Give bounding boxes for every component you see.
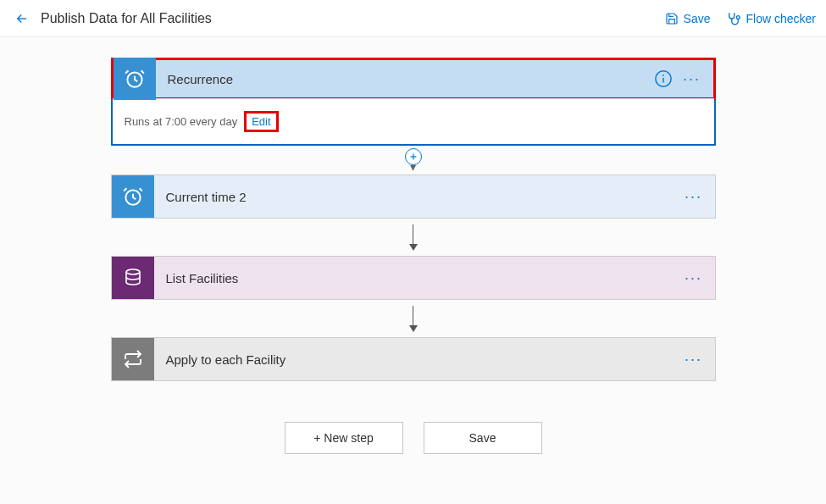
svg-point-5 [126, 269, 140, 274]
step-recurrence-info-button[interactable] [651, 66, 676, 91]
step-apply-to-each-header[interactable]: Apply to each Facility ··· [112, 338, 715, 380]
flow-checker-label: Flow checker [746, 12, 816, 25]
arrow-left-icon [14, 11, 30, 26]
flow-canvas: Recurrence ··· Runs at 7:00 every day Ed… [0, 37, 826, 454]
loop-icon-box [112, 338, 154, 380]
step-apply-to-each-title: Apply to each Facility [154, 352, 681, 367]
ellipsis-icon: ··· [685, 192, 702, 201]
page-title: Publish Data for All Facilities [41, 11, 212, 26]
clock-alarm-icon [124, 68, 146, 90]
step-recurrence[interactable]: Recurrence ··· Runs at 7:00 every day Ed… [111, 58, 716, 146]
svg-point-3 [662, 75, 664, 76]
bottom-button-row: + New step Save [285, 422, 542, 454]
step-recurrence-body: Runs at 7:00 every day Edit [113, 98, 714, 144]
database-icon [123, 268, 143, 288]
schedule-icon-box [112, 175, 154, 218]
step-current-time[interactable]: Current time 2 ··· [111, 174, 716, 219]
step-current-time-title: Current time 2 [154, 190, 681, 204]
schedule-icon-box [114, 58, 156, 100]
step-apply-to-each-menu-button[interactable]: ··· [681, 346, 707, 372]
save-button[interactable]: Save [424, 422, 542, 454]
step-recurrence-title: Recurrence [156, 72, 651, 86]
ellipsis-icon: ··· [685, 274, 702, 282]
chevron-down-icon: ▾ [410, 163, 416, 170]
recurrence-edit-link[interactable]: Edit [244, 111, 278, 132]
save-icon [665, 12, 679, 25]
save-action[interactable]: Save [665, 12, 711, 25]
connector-arrow [409, 219, 418, 256]
recurrence-schedule-text: Runs at 7:00 every day [125, 115, 238, 128]
step-list-facilities[interactable]: List Facilities ··· [111, 256, 716, 300]
ellipsis-icon: ··· [683, 75, 701, 83]
stethoscope-icon [726, 11, 741, 26]
connector-arrow [409, 300, 418, 337]
svg-point-0 [736, 15, 740, 19]
info-circle-icon [654, 69, 673, 88]
flow-checker-action[interactable]: Flow checker [726, 11, 816, 26]
step-list-facilities-menu-button[interactable]: ··· [681, 265, 707, 291]
step-recurrence-menu-button[interactable]: ··· [679, 66, 705, 91]
step-current-time-menu-button[interactable]: ··· [681, 184, 707, 209]
step-recurrence-header[interactable]: Recurrence ··· [111, 58, 716, 100]
connector-after-recurrence: ▾ [111, 146, 716, 174]
new-step-button[interactable]: + New step [285, 422, 403, 454]
step-current-time-header[interactable]: Current time 2 ··· [112, 175, 715, 218]
step-list-facilities-title: List Facilities [154, 271, 681, 285]
step-list-facilities-header[interactable]: List Facilities ··· [112, 257, 715, 299]
back-button[interactable] [10, 7, 34, 30]
save-action-label: Save [684, 12, 711, 25]
step-apply-to-each[interactable]: Apply to each Facility ··· [111, 337, 716, 381]
ellipsis-icon: ··· [685, 355, 702, 363]
loop-icon [123, 349, 143, 369]
clock-alarm-icon [122, 186, 144, 208]
top-toolbar: Publish Data for All Facilities Save Flo… [0, 0, 826, 37]
dataverse-icon-box [112, 257, 154, 299]
